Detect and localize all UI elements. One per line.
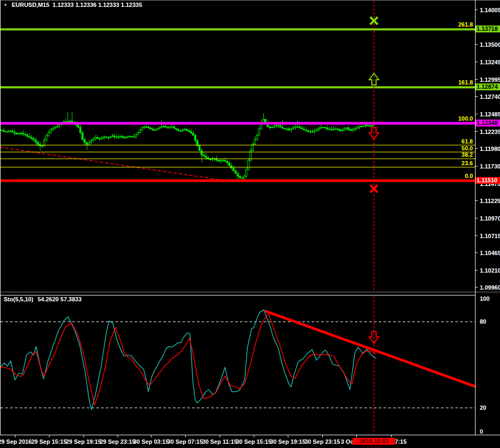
vline-time-badge: 2016.10.03 07:00 — [353, 438, 395, 445]
candle-body — [10, 131, 11, 131]
candle-body — [69, 121, 71, 121]
candle-body — [356, 128, 358, 129]
candle-body — [150, 128, 152, 129]
price-tick-label: 1.10210 — [480, 267, 500, 274]
candle-body — [235, 171, 237, 173]
candle-body — [333, 129, 335, 130]
fib-level-label-261.8: 261.8 — [458, 21, 473, 28]
candle-body — [227, 161, 228, 163]
candle-body — [363, 126, 364, 126]
fib-level-label-161.8: 161.8 — [458, 79, 473, 86]
candle-body — [299, 126, 301, 128]
time-tick-label: 29 Sep 15:15 — [31, 438, 67, 445]
candle-body — [54, 127, 56, 128]
candle-body — [193, 133, 194, 135]
candle-body — [122, 136, 124, 137]
fib-level-label-100.0: 100.0 — [458, 115, 473, 122]
candle-body — [331, 129, 332, 130]
candle-body — [335, 129, 337, 129]
cross-marker-fib_green[interactable] — [370, 17, 378, 24]
sto-axis-label: 100 — [480, 295, 489, 302]
candle-body — [246, 169, 247, 176]
candle-body — [141, 128, 143, 130]
candle-body — [135, 134, 137, 137]
price-tick-label: 1.12740 — [480, 94, 500, 100]
candle-body — [101, 138, 103, 139]
price-badge-1.13718: 1.13718 — [476, 26, 500, 32]
candle-body — [120, 136, 122, 137]
time-tick-label: 29 Sep 19:15 — [66, 438, 102, 445]
candle-body — [131, 136, 132, 137]
time-tick-label: 30 Sep 23:15 — [305, 438, 340, 445]
candle-body — [114, 136, 115, 137]
price-badge-1.11510: 1.11510 — [476, 177, 500, 184]
price-badge-1.12874: 1.12874 — [476, 83, 500, 90]
candle-body — [163, 126, 164, 126]
dropdown-triangle-icon[interactable]: ▼ — [3, 3, 7, 7]
time-tick-label: 30 Sep 19:15 — [270, 438, 306, 445]
candle-body — [20, 133, 22, 133]
fib-level-label-0.0: 0.0 — [465, 173, 473, 179]
candle-body — [93, 139, 94, 140]
candle-body — [248, 160, 249, 169]
mt4-chart-window[interactable]: 261.8161.8100.061.850.038.223.60.01.1400… — [0, 0, 500, 448]
candle-body — [107, 137, 109, 138]
candle-body — [233, 168, 235, 171]
candle-body — [190, 131, 192, 133]
candle-body — [324, 127, 326, 128]
candle-body — [278, 125, 279, 125]
candle-body — [195, 135, 196, 140]
candle-body — [273, 126, 275, 127]
candle-body — [344, 129, 345, 130]
candle-body — [259, 129, 260, 135]
time-tick-label: 30 Sep 15:15 — [236, 438, 272, 445]
candle-body — [284, 128, 286, 129]
candle-body — [139, 130, 141, 132]
candle-body — [133, 137, 135, 137]
candle-body — [182, 130, 184, 131]
candle-body — [18, 133, 20, 134]
candle-body — [220, 160, 222, 161]
candle-body — [320, 127, 322, 128]
candle-body — [288, 129, 290, 130]
candle-body — [229, 163, 230, 165]
candle-body — [65, 121, 66, 122]
candle-body — [263, 119, 264, 122]
fib-level-label-38.2: 38.2 — [462, 151, 473, 158]
candle-body — [224, 160, 226, 161]
fib-level-label-50.0: 50.0 — [462, 145, 473, 151]
descending-dashed-trendline[interactable] — [0, 147, 234, 182]
symbol-timeframe-label: EURUSD,M15 — [12, 2, 49, 8]
candle-body — [171, 126, 173, 127]
candle-body — [44, 140, 45, 146]
candle-body — [205, 156, 207, 157]
fib-level-label-61.8: 61.8 — [462, 138, 473, 145]
candle-body — [327, 128, 328, 129]
candle-body — [148, 126, 149, 128]
price-tick-label: 1.13245 — [480, 59, 500, 65]
candle-body — [178, 129, 179, 130]
candle-body — [361, 126, 362, 126]
candle-body — [176, 128, 177, 129]
candle-body — [359, 126, 360, 128]
price-tick-label: 1.09960 — [480, 284, 500, 291]
candle-body — [369, 125, 371, 126]
candle-body — [237, 173, 239, 176]
candle-body — [82, 132, 84, 139]
stochastic-signal-line — [0, 314, 376, 405]
candle-body — [197, 140, 198, 146]
sto-axis-label: 80 — [480, 318, 486, 325]
candle-body — [241, 177, 243, 178]
candle-body — [80, 127, 81, 132]
time-tick-label: 30 Sep 03:15 — [134, 438, 169, 445]
candle-body — [290, 129, 292, 130]
sto-axis-label: 0 — [480, 428, 483, 435]
chart-canvas[interactable]: 261.8161.8100.061.850.038.223.60.01.1400… — [0, 0, 500, 448]
candle-body — [1, 130, 3, 130]
candle-body — [256, 135, 258, 139]
candle-body — [14, 132, 15, 133]
stochastic-name: Sto(5,5,10) — [4, 296, 34, 302]
candle-body — [105, 137, 107, 137]
candle-body — [244, 176, 245, 178]
candle-body — [16, 133, 18, 134]
